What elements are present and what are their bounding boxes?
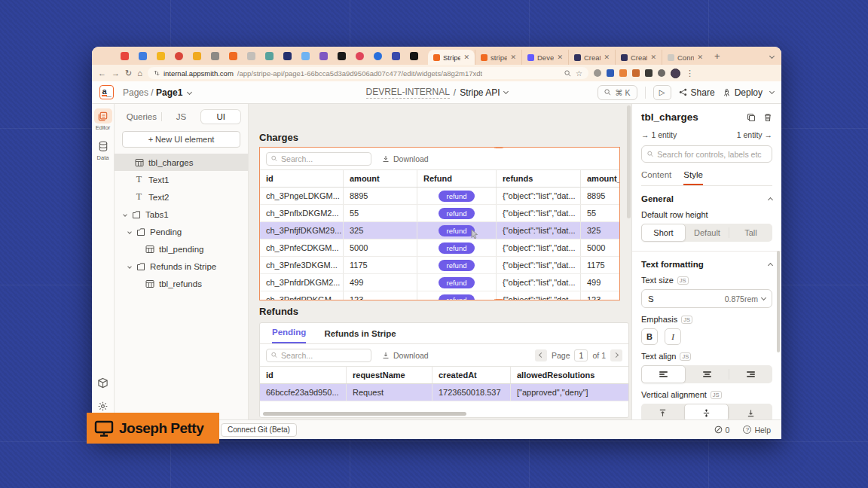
tab-search-chevron-icon[interactable]	[770, 49, 774, 63]
pinned-tab-gmail-icon[interactable]	[121, 52, 129, 60]
property-search-box[interactable]	[641, 145, 772, 163]
deploy-button[interactable]: Deploy	[723, 87, 763, 98]
refund-button[interactable]: refund	[439, 191, 475, 202]
pinned-tab-icon[interactable]	[247, 52, 255, 60]
tree-item-pending[interactable]: Pending	[115, 223, 248, 240]
refund-button[interactable]: refund	[439, 242, 475, 254]
extensions-puzzle-icon[interactable]	[658, 69, 665, 77]
tree-item-tbl-pending[interactable]: tbl_pending	[115, 240, 248, 258]
home-icon[interactable]: ⌂	[137, 69, 142, 78]
deploy-menu-chevron-icon[interactable]	[769, 89, 775, 94]
extension-icon[interactable]	[619, 69, 627, 77]
tree-item-tbl-charges[interactable]: tbl_charges	[115, 154, 248, 171]
outgoing-entities-link[interactable]: 1 entity →	[737, 130, 772, 139]
pinned-tab-x-icon[interactable]	[338, 52, 346, 60]
browser-menu-icon[interactable]: ⋮	[686, 69, 694, 78]
italic-button[interactable]: I	[665, 328, 681, 345]
browser-tab-create-2[interactable]: Create a ✕	[615, 50, 662, 65]
forward-icon[interactable]: →	[112, 69, 120, 78]
tree-item-tbl-refunds[interactable]: tbl_refunds	[115, 275, 248, 292]
workspace-name[interactable]: DEVREL-INTERNAL	[365, 87, 449, 99]
share-button[interactable]: Share	[679, 87, 715, 98]
option-tall[interactable]: Tall	[729, 224, 772, 242]
incoming-entities-link[interactable]: → 1 entity	[641, 130, 677, 139]
option-short[interactable]: Short	[641, 224, 686, 242]
tab-close-icon[interactable]: ✕	[604, 53, 610, 61]
align-left-button[interactable]	[641, 365, 686, 383]
tab-style[interactable]: Style	[683, 170, 703, 185]
sidebar-item-data[interactable]: Data	[94, 139, 112, 161]
tab-close-icon[interactable]: ✕	[510, 53, 516, 61]
new-ui-element-button[interactable]: + New UI element	[122, 131, 240, 148]
tab-js[interactable]: JS	[162, 110, 201, 124]
sidebar-item-editor[interactable]: Editor	[94, 108, 112, 131]
collapse-chevron-icon[interactable]	[123, 212, 127, 217]
pinned-tab-icon[interactable]	[283, 52, 292, 60]
refunds-download-button[interactable]: Download	[382, 351, 429, 360]
table-row-highlighted[interactable]: 66bccfe23a9d950... Request 1723650018.53…	[260, 384, 629, 401]
page-number-input[interactable]	[574, 349, 588, 361]
bookmark-star-icon[interactable]: ☆	[576, 69, 582, 78]
error-count[interactable]: 0	[714, 425, 730, 435]
collapse-chevron-icon[interactable]	[127, 264, 132, 269]
refund-button[interactable]: refund	[439, 208, 475, 219]
charges-search-input[interactable]	[281, 154, 366, 163]
panel-scrollbar[interactable]	[777, 251, 780, 352]
tab-content[interactable]: Content	[641, 170, 671, 185]
browser-tab-stripe-refunds[interactable]: stripe re ✕	[475, 50, 521, 65]
appsmith-logo[interactable]: a_	[99, 85, 114, 99]
settings-gear-icon[interactable]	[97, 401, 108, 412]
text-size-dropdown[interactable]: S 0.875rem	[641, 289, 772, 308]
pinned-tab-icon[interactable]	[265, 52, 274, 60]
tab-ui[interactable]: UI	[201, 110, 240, 124]
browser-tab-developer[interactable]: Develop ✕	[521, 50, 568, 65]
prev-page-button[interactable]	[535, 349, 547, 361]
browser-tab-create-1[interactable]: Create a ✕	[568, 50, 615, 65]
refund-button[interactable]: refund	[439, 294, 475, 301]
copy-icon[interactable]	[747, 113, 756, 122]
breadcrumb-page[interactable]: Page1	[156, 87, 182, 98]
widget-name[interactable]: tbl_charges	[641, 111, 698, 123]
table-row[interactable]: ch_3PnfeCDKGM... 5000 refund {"object":"…	[260, 239, 620, 257]
column-header-amount-captured[interactable]: amount_	[581, 170, 620, 187]
tab-close-icon[interactable]: ✕	[650, 53, 656, 61]
pinned-tab-icon[interactable]	[139, 52, 147, 60]
breadcrumb[interactable]: Pages / Page1	[123, 87, 191, 98]
browser-tab-stripe-api[interactable]: Stripe AP ✕	[428, 50, 475, 65]
align-right-button[interactable]	[729, 365, 772, 383]
table-row-highlighted[interactable]: ch_3PnfjfDKGM29... 325 refund {"object":…	[260, 222, 620, 239]
libraries-cube-icon[interactable]	[97, 377, 108, 389]
bold-button[interactable]: B	[641, 328, 658, 345]
table-row[interactable]: ch_3PngeLDKGM... 8895 refund {"object":"…	[260, 188, 620, 205]
run-button[interactable]: ▷	[653, 85, 671, 100]
tree-item-tabs1[interactable]: Tabs1	[115, 206, 248, 223]
profile-avatar[interactable]	[671, 69, 680, 78]
option-default[interactable]: Default	[686, 224, 729, 242]
delete-trash-icon[interactable]	[763, 113, 772, 122]
canvas-scrollbar[interactable]	[627, 105, 631, 218]
browser-tab-connect[interactable]: Connect ✕	[662, 50, 708, 65]
pinned-tab-icon[interactable]	[319, 52, 328, 60]
pinned-tab-drive-icon[interactable]	[157, 52, 165, 60]
pinned-tab-icon[interactable]	[211, 52, 219, 60]
pinned-tab-icon[interactable]	[301, 52, 310, 60]
column-header-id[interactable]: id	[260, 170, 344, 187]
valign-bottom-button[interactable]	[729, 404, 772, 419]
pinned-tab-icon[interactable]	[356, 52, 364, 60]
table-row[interactable]: ch_3PnflxDKGM2... 55 refund {"object":"l…	[260, 205, 620, 222]
column-header-id[interactable]: id	[260, 367, 347, 383]
column-header-allowedresolutions[interactable]: allowedResolutions	[511, 367, 629, 383]
tbl-charges-widget[interactable]: Download id amount Refund refunds amount…	[259, 147, 620, 300]
connect-git-button[interactable]: Connect Git (Beta)	[221, 423, 297, 437]
tree-item-text1[interactable]: T Text1	[115, 171, 248, 188]
tree-item-text2[interactable]: T Text2	[115, 188, 248, 206]
table-row[interactable]: ch_3PnfdrDKGM2... 499 refund {"object":"…	[260, 274, 620, 291]
reload-icon[interactable]: ↻	[125, 69, 132, 78]
align-center-button[interactable]	[686, 365, 729, 383]
pinned-tab-key-icon[interactable]	[193, 52, 201, 60]
tab-pending[interactable]: Pending	[272, 328, 306, 343]
tab-close-icon[interactable]: ✕	[463, 53, 469, 61]
tree-item-refunds-in-stripe[interactable]: Refunds in Stripe	[115, 258, 248, 275]
tab-queries[interactable]: Queries	[122, 110, 161, 124]
column-header-requestname[interactable]: requestName	[347, 367, 432, 383]
